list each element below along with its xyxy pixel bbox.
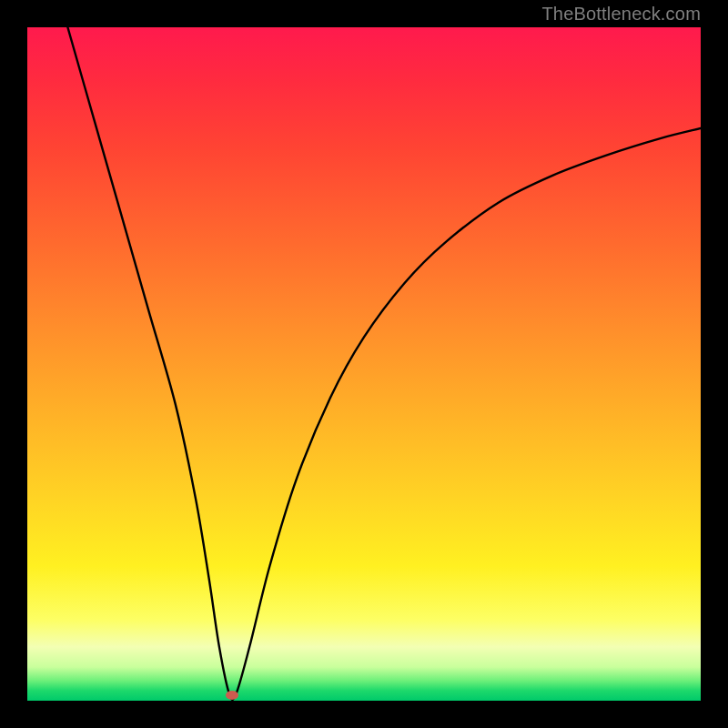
- chart-container: TheBottleneck.com: [0, 0, 728, 728]
- minimum-marker: [226, 691, 238, 700]
- plot-area: [27, 27, 701, 701]
- watermark-text: TheBottleneck.com: [541, 4, 701, 25]
- bottleneck-curve: [27, 27, 701, 701]
